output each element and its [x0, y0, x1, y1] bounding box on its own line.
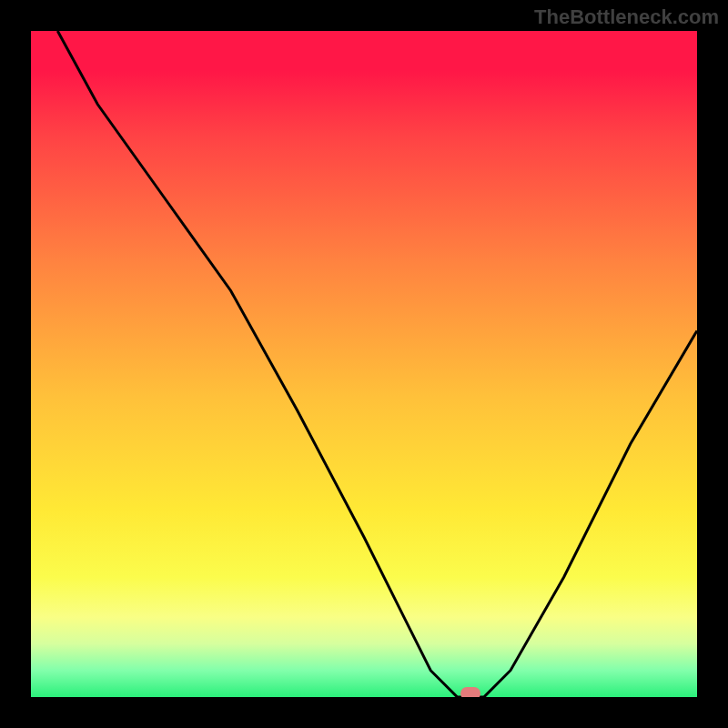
- bottleneck-curve: [31, 31, 697, 697]
- watermark-text: TheBottleneck.com: [534, 5, 719, 29]
- marker-icon: [460, 687, 480, 697]
- plot-area: [31, 31, 697, 697]
- chart-container: TheBottleneck.com: [0, 0, 728, 728]
